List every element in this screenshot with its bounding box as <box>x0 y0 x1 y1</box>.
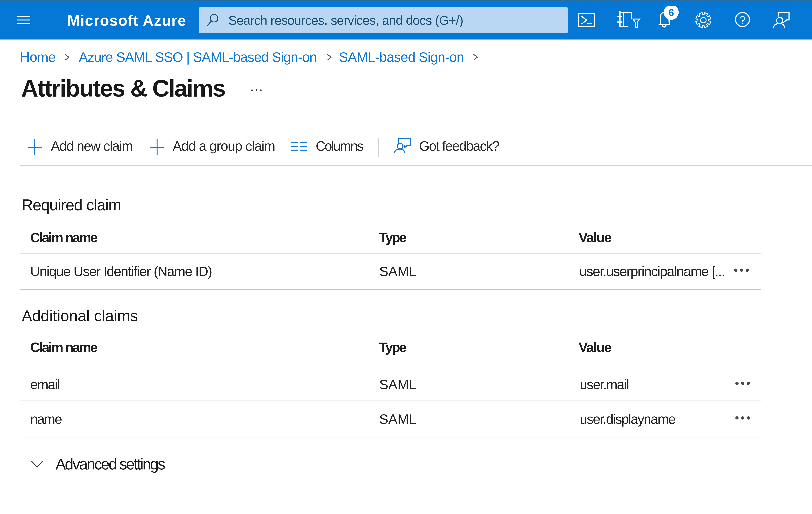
svg-text:?: ? <box>740 14 746 26</box>
svg-text:6: 6 <box>668 7 674 18</box>
